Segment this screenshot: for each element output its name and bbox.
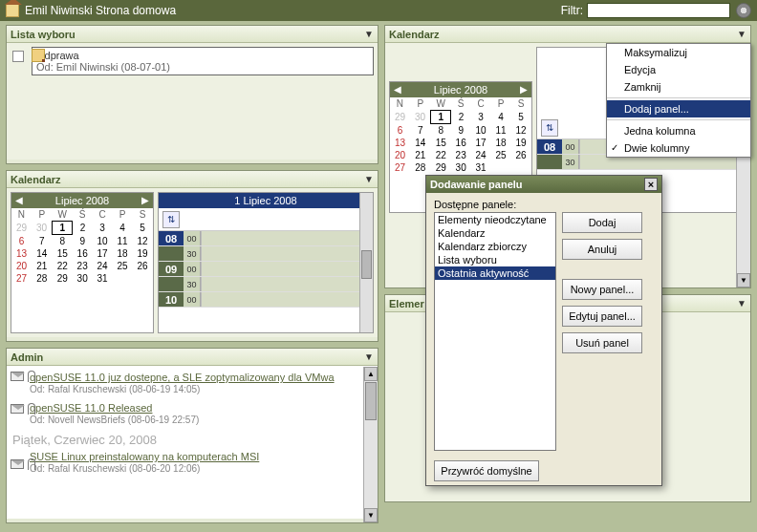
message-item[interactable]: openSUSE 11.0 ReleasedOd: Novell NewsBri…	[30, 402, 372, 425]
calendar-day[interactable]: 22	[431, 149, 451, 161]
calendar-day[interactable]: 21	[410, 149, 431, 161]
calendar-day[interactable]: 5	[510, 111, 530, 124]
time-row[interactable]: 30	[159, 246, 373, 262]
list-option[interactable]: Kalendarz	[435, 226, 555, 240]
calendar-day[interactable]: 7	[410, 124, 431, 138]
menu-item[interactable]: Maksymalizuj	[607, 44, 750, 61]
calendar-day[interactable]: 1	[431, 111, 451, 124]
cancel-button[interactable]: Anuluj	[562, 239, 642, 260]
panels-listbox[interactable]: Elementy nieodczytaneKalendarzKalendarz …	[434, 212, 556, 451]
panel-menu-icon[interactable]: ▼	[737, 29, 746, 39]
panel-menu-icon[interactable]: ▼	[364, 29, 374, 39]
calendar-day[interactable]: 2	[451, 111, 471, 124]
scrollbar[interactable]	[359, 193, 373, 332]
calendar-day[interactable]: 20	[11, 260, 32, 272]
calendar-day[interactable]: 16	[451, 137, 471, 149]
scrollbar[interactable]: ▲ ▼	[363, 367, 378, 522]
calendar-day[interactable]: 26	[510, 149, 530, 161]
calendar-day[interactable]: 25	[113, 260, 133, 272]
calendar-day[interactable]: 4	[491, 111, 511, 124]
calendar-day[interactable]: 18	[113, 247, 133, 260]
calendar-day[interactable]: 28	[410, 161, 431, 174]
time-row[interactable]: 30	[159, 277, 373, 292]
home-icon[interactable]	[6, 4, 19, 17]
message-item[interactable]: SUSE Linux preinstalowany na komputerach…	[30, 451, 372, 474]
calendar-day[interactable]: 18	[491, 137, 511, 149]
calendar-day[interactable]: 10	[471, 124, 491, 138]
list-option[interactable]: Kalendarz zbiorczy	[435, 240, 555, 253]
calendar-day[interactable]: 4	[113, 222, 133, 235]
calendar-day[interactable]: 24	[93, 260, 113, 272]
calendar-day[interactable]: 17	[93, 247, 113, 260]
delete-panel-button[interactable]: Usuń panel	[562, 332, 642, 353]
calendar-day[interactable]: 20	[390, 149, 410, 161]
menu-item[interactable]: Edycja	[607, 61, 750, 78]
calendar-day[interactable]: 30	[32, 222, 53, 235]
mini-calendar[interactable]: ◀ Lipiec 2008 ▶ NPWŚCPS29301234567891011…	[11, 192, 154, 333]
message-item[interactable]: openSUSE 11.0 juz dostepne, a SLE zoptym…	[30, 372, 372, 394]
calendar-day[interactable]: 6	[390, 124, 410, 138]
calendar-day[interactable]: 11	[113, 235, 133, 248]
checkbox-icon[interactable]	[12, 51, 24, 62]
calendar-day[interactable]: 29	[11, 222, 32, 235]
scroll-up-icon[interactable]: ▲	[364, 367, 378, 381]
calendar-day[interactable]: 13	[11, 247, 32, 260]
calendar-day[interactable]: 8	[431, 124, 451, 138]
new-panel-button[interactable]: Nowy panel...	[562, 279, 642, 300]
calendar-day[interactable]: 30	[73, 272, 93, 285]
calendar-day[interactable]: 29	[431, 161, 451, 174]
menu-item[interactable]: Dodaj panel...	[607, 100, 750, 117]
gear-icon[interactable]	[736, 3, 751, 18]
calendar-day[interactable]: 3	[471, 111, 491, 124]
calendar-day[interactable]: 27	[390, 161, 410, 174]
calendar-day[interactable]: 30	[410, 111, 431, 124]
calendar-day[interactable]: 2	[73, 222, 93, 235]
calendar-day[interactable]: 14	[32, 247, 53, 260]
calendar-day[interactable]: 30	[451, 161, 471, 174]
calendar-day[interactable]: 17	[471, 137, 491, 149]
calendar-day[interactable]: 10	[93, 235, 113, 248]
prev-month-icon[interactable]: ◀	[15, 195, 23, 205]
calendar-day[interactable]: 12	[132, 235, 152, 248]
calendar-day[interactable]: 7	[32, 235, 53, 248]
calendar-day[interactable]	[113, 272, 133, 285]
calendar-day[interactable]: 23	[451, 149, 471, 161]
menu-item[interactable]: Zamknij	[607, 78, 750, 96]
edit-icon[interactable]	[32, 49, 45, 62]
time-row[interactable]: 0900	[159, 262, 373, 277]
calendar-day[interactable]: 29	[53, 272, 73, 285]
list-option[interactable]: Lista wyboru	[435, 253, 555, 266]
time-row[interactable]: 0800	[159, 231, 373, 246]
calendar-day[interactable]: 16	[73, 247, 93, 260]
next-month-icon[interactable]: ▶	[520, 84, 528, 95]
calendar-day[interactable]: 19	[510, 137, 530, 149]
calendar-day[interactable]: 21	[32, 260, 53, 272]
panel-menu-icon[interactable]: ▼	[737, 298, 746, 309]
calendar-day[interactable]: 15	[53, 247, 73, 260]
calendar-day[interactable]: 26	[132, 260, 152, 272]
calendar-day[interactable]: 25	[491, 149, 511, 161]
calendar-day[interactable]: 1	[53, 222, 73, 235]
calendar-day[interactable]: 5	[132, 222, 152, 235]
calendar-day[interactable]	[132, 272, 152, 285]
sync-icon[interactable]: ⇅	[162, 211, 180, 228]
restore-defaults-button[interactable]: Przywróć domyślne	[434, 460, 539, 481]
calendar-day[interactable]: 24	[471, 149, 491, 161]
calendar-day[interactable]: 31	[93, 272, 113, 285]
calendar-day[interactable]: 12	[510, 124, 530, 138]
close-icon[interactable]: ×	[644, 178, 658, 191]
panel-menu-icon[interactable]: ▼	[364, 351, 374, 362]
calendar-day[interactable]: 13	[390, 137, 410, 149]
calendar-day[interactable]: 6	[11, 235, 32, 248]
calendar-day[interactable]: 11	[491, 124, 511, 138]
next-month-icon[interactable]: ▶	[141, 195, 149, 205]
prev-month-icon[interactable]: ◀	[394, 84, 401, 95]
sync-icon[interactable]: ⇅	[541, 119, 558, 137]
filter-input[interactable]	[587, 3, 730, 18]
calendar-day[interactable]: 9	[73, 235, 93, 248]
calendar-day[interactable]: 9	[451, 124, 471, 138]
calendar-day[interactable]: 8	[53, 235, 73, 248]
menu-item[interactable]: ✓Dwie kolumny	[607, 139, 750, 157]
calendar-day[interactable]: 22	[53, 260, 73, 272]
calendar-day[interactable]: 14	[410, 137, 431, 149]
